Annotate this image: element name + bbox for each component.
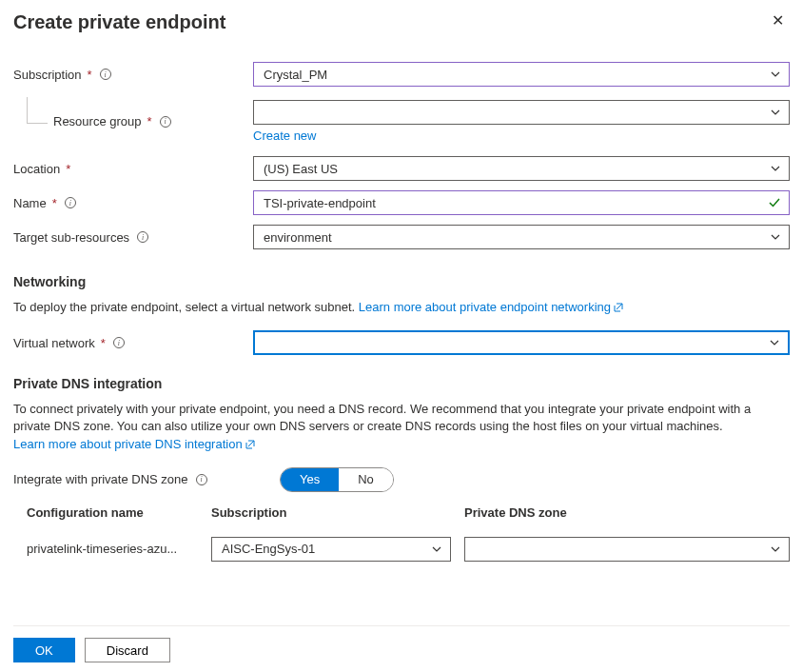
ok-button[interactable]: OK xyxy=(13,638,75,662)
check-icon xyxy=(768,196,781,209)
resource-group-select[interactable] xyxy=(253,100,790,125)
hierarchy-line xyxy=(27,97,48,124)
required-indicator: * xyxy=(66,162,70,176)
chevron-down-icon xyxy=(770,231,781,243)
networking-learn-more-link[interactable]: Learn more about private endpoint networ… xyxy=(359,300,623,314)
name-value: TSI-private-endpoint xyxy=(264,196,376,210)
toggle-no[interactable]: No xyxy=(339,468,393,491)
subscription-value: Crystal_PM xyxy=(264,68,327,82)
dns-col-zone: Private DNS zone xyxy=(464,505,790,520)
external-link-icon xyxy=(614,300,623,317)
chevron-down-icon xyxy=(770,107,781,118)
location-label: Location xyxy=(13,162,60,176)
dns-title: Private DNS integration xyxy=(13,376,790,391)
required-indicator: * xyxy=(101,336,106,350)
subscription-label: Subscription xyxy=(13,68,82,82)
info-icon[interactable]: i xyxy=(160,116,171,128)
target-sub-label: Target sub-resources xyxy=(13,230,129,245)
chevron-down-icon xyxy=(431,544,442,555)
location-select[interactable]: (US) East US xyxy=(253,156,790,181)
integrate-dns-toggle[interactable]: Yes No xyxy=(280,467,394,492)
name-label: Name xyxy=(13,196,47,210)
external-link-icon xyxy=(245,437,255,454)
networking-desc: To deploy the private endpoint, select a… xyxy=(13,300,359,314)
page-title: Create private endpoint xyxy=(13,11,225,33)
create-new-link[interactable]: Create new xyxy=(253,128,790,143)
info-icon[interactable]: i xyxy=(100,69,111,80)
target-sub-select[interactable]: environment xyxy=(253,225,790,249)
dns-zone-select[interactable] xyxy=(464,537,790,562)
discard-button[interactable]: Discard xyxy=(85,638,170,662)
networking-title: Networking xyxy=(13,274,790,289)
toggle-yes[interactable]: Yes xyxy=(281,468,339,491)
info-icon[interactable]: i xyxy=(65,197,76,208)
required-indicator: * xyxy=(88,68,92,82)
dns-table-row: privatelink-timeseries-azu... AISC-EngSy… xyxy=(13,529,790,569)
dns-subscription-value: AISC-EngSys-01 xyxy=(222,542,315,556)
chevron-down-icon xyxy=(769,337,780,348)
dns-subscription-select[interactable]: AISC-EngSys-01 xyxy=(211,537,451,562)
info-icon[interactable]: i xyxy=(113,337,125,348)
dns-learn-more-text: Learn more about private DNS integration xyxy=(13,437,243,451)
required-indicator: * xyxy=(52,196,57,210)
dns-col-subscription: Subscription xyxy=(211,505,464,520)
info-icon[interactable]: i xyxy=(137,231,148,243)
vnet-select[interactable] xyxy=(253,330,790,355)
dns-config-name: privatelink-timeseries-azu... xyxy=(13,542,211,556)
location-value: (US) East US xyxy=(264,162,338,176)
chevron-down-icon xyxy=(770,163,781,174)
vnet-label: Virtual network xyxy=(13,336,95,350)
chevron-down-icon xyxy=(770,544,781,555)
chevron-down-icon xyxy=(770,69,781,80)
dns-desc: To connect privately with your private e… xyxy=(13,402,751,433)
integrate-dns-label: Integrate with private DNS zone xyxy=(13,472,188,486)
resource-group-label: Resource group xyxy=(53,114,142,128)
networking-learn-more-text: Learn more about private endpoint networ… xyxy=(359,300,611,314)
required-indicator: * xyxy=(147,114,152,128)
info-icon[interactable]: i xyxy=(196,474,207,485)
target-sub-value: environment xyxy=(264,230,332,245)
dns-learn-more-link[interactable]: Learn more about private DNS integration xyxy=(13,437,255,451)
close-button[interactable]: ✕ xyxy=(766,11,790,30)
dns-col-config-name: Configuration name xyxy=(13,505,211,520)
name-input[interactable]: TSI-private-endpoint xyxy=(253,190,790,215)
subscription-select[interactable]: Crystal_PM xyxy=(253,62,790,87)
